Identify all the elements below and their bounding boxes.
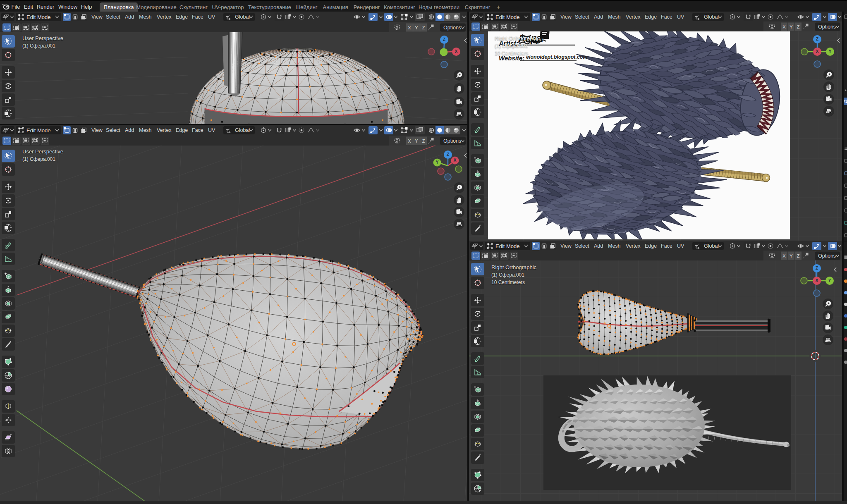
svg-text:Options: Options [818,24,836,30]
svg-text:Window: Window [58,4,78,10]
svg-text:X: X [408,25,411,30]
svg-text:Z: Z [422,139,425,143]
svg-text:X: X [816,49,818,54]
svg-text:X: X [782,253,786,258]
svg-text:Z: Z [816,265,818,270]
svg-text:Z: Z [797,253,800,258]
svg-text:UV-редактор: UV-редактор [212,4,244,10]
svg-text:X: X [782,24,786,29]
svg-text:Текстурирование: Текстурирование [248,4,291,10]
svg-text:Y: Y [790,253,793,258]
svg-text:Композитинг: Композитинг [384,4,415,10]
svg-text:Help: Help [81,4,92,10]
svg-text:Анимация: Анимация [323,4,348,10]
svg-text:Z: Z [816,36,819,41]
svg-text:Скульптинг: Скульптинг [179,4,208,10]
svg-text:Скриптинг: Скриптинг [465,4,490,10]
svg-text:X: X [408,139,411,143]
svg-text:File: File [12,4,20,10]
svg-text:Планировка: Планировка [103,4,134,10]
svg-text:Y: Y [828,278,831,283]
svg-text:Y: Y [435,160,438,165]
svg-text:Global: Global [235,127,250,133]
svg-text:Global: Global [235,14,250,20]
svg-text:Z: Z [422,25,425,30]
svg-text:Edit Mode: Edit Mode [495,243,520,249]
svg-text:Ноды геометрии: Ноды геометрии [419,4,459,10]
svg-text:Render: Render [37,4,55,10]
svg-text:Z: Z [797,24,800,29]
svg-text:Edit Mode: Edit Mode [26,127,51,134]
svg-text:Z: Z [443,37,446,42]
svg-text:X: X [453,158,456,162]
svg-text:Шейдинг: Шейдинг [295,4,317,10]
svg-text:Options: Options [443,25,461,31]
svg-text:Моделирование: Моделирование [136,4,176,10]
svg-text:Y: Y [790,24,793,29]
svg-text:Y: Y [415,139,418,143]
svg-text:Z: Z [447,152,450,157]
svg-text:Options: Options [443,138,461,144]
svg-text:Edit: Edit [24,4,33,10]
svg-text:Edit Mode: Edit Mode [26,14,51,20]
svg-text:Y: Y [415,25,418,30]
svg-text:Edit Mode: Edit Mode [495,14,520,20]
svg-text:Global: Global [704,14,719,20]
svg-text:Y: Y [828,49,831,54]
svg-text:Global: Global [704,243,719,249]
svg-text:Options: Options [818,253,836,259]
svg-text:+: + [497,4,500,10]
svg-text:X: X [815,278,818,283]
svg-text:Рендеринг: Рендеринг [354,4,380,10]
svg-text:X: X [455,49,457,54]
